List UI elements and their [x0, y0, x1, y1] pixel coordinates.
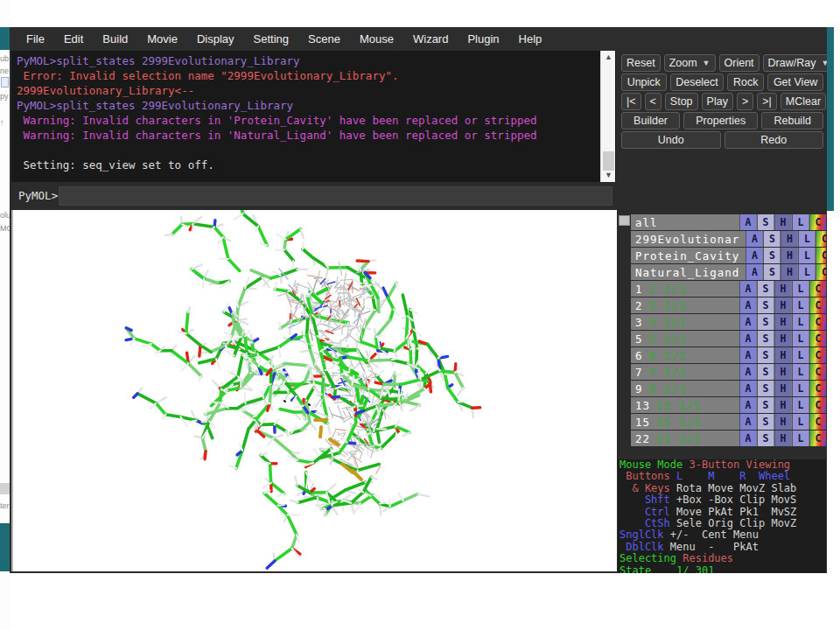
object-s-button[interactable]: S	[757, 281, 774, 297]
object-l-button[interactable]: L	[792, 214, 808, 230]
object-row-15[interactable]: 1515 1/1ASHLC	[631, 414, 826, 430]
rebuild-button[interactable]: Rebuild	[761, 112, 823, 130]
object-s-button[interactable]: S	[757, 298, 774, 313]
menu-item-scene[interactable]: Scene	[298, 27, 350, 51]
object-h-button[interactable]: H	[774, 430, 791, 446]
object-a-button[interactable]: A	[746, 248, 762, 263]
object-a-button[interactable]: A	[746, 264, 762, 280]
menu-item-wizard[interactable]: Wizard	[403, 27, 458, 51]
object-row-7[interactable]: 77 1/1ASHLC	[631, 364, 826, 380]
object-row-1[interactable]: 11 1/1ASHLC	[631, 281, 826, 297]
object-c-button[interactable]: C	[809, 331, 826, 346]
object-h-button[interactable]: H	[774, 281, 791, 297]
object-c-button[interactable]: C	[816, 264, 826, 280]
object-s-button[interactable]: S	[757, 364, 774, 380]
object-row-299evolutionar[interactable]: 299EvolutionarASHLC	[631, 231, 826, 247]
menu-item-edit[interactable]: Edit	[54, 27, 93, 51]
menu-item-build[interactable]: Build	[93, 27, 137, 51]
object-row-5[interactable]: 55 1/1ASHLC	[631, 331, 826, 346]
scroll-up-icon[interactable]: ▲	[601, 51, 616, 64]
object-h-button[interactable]: H	[774, 314, 791, 330]
object-s-button[interactable]: S	[757, 314, 774, 330]
scrollbar-thumb[interactable]	[603, 151, 614, 171]
object-a-button[interactable]: A	[739, 298, 756, 313]
object-row-2[interactable]: 22 1/1ASHLC	[631, 298, 826, 313]
object-s-button[interactable]: S	[757, 214, 774, 230]
object-a-button[interactable]: A	[739, 397, 756, 413]
menu-item-mouse[interactable]: Mouse	[350, 27, 403, 51]
menu-item-plugin[interactable]: Plugin	[458, 27, 508, 51]
menu-item-help[interactable]: Help	[509, 27, 552, 51]
object-h-button[interactable]: H	[774, 347, 791, 363]
object-s-button[interactable]: S	[757, 331, 774, 346]
object-s-button[interactable]: S	[763, 248, 780, 263]
object-panel-grip[interactable]	[619, 215, 630, 226]
object-c-button[interactable]: C	[809, 214, 826, 230]
object-c-button[interactable]: C	[809, 314, 826, 330]
object-l-button[interactable]: L	[792, 381, 808, 396]
object-c-button[interactable]: C	[809, 298, 826, 313]
object-a-button[interactable]: A	[739, 314, 756, 330]
builder-button[interactable]: Builder	[621, 112, 680, 130]
object-row-protein_cavity[interactable]: Protein_CavityASHLC	[631, 248, 826, 263]
redo-button[interactable]: Redo	[724, 131, 824, 149]
-button[interactable]: >|	[757, 93, 777, 110]
object-row-all[interactable]: allASHLC	[631, 214, 826, 230]
scroll-down-icon[interactable]: ▼	[601, 169, 616, 182]
object-a-button[interactable]: A	[739, 364, 756, 380]
object-c-button[interactable]: C	[809, 381, 826, 396]
object-h-button[interactable]: H	[774, 397, 791, 413]
object-h-button[interactable]: H	[774, 331, 791, 346]
menu-item-setting[interactable]: Setting	[244, 27, 298, 51]
object-s-button[interactable]: S	[763, 264, 780, 280]
object-row-9[interactable]: 99 1/1ASHLC	[631, 381, 826, 396]
object-s-button[interactable]: S	[763, 231, 780, 247]
object-h-button[interactable]: H	[780, 231, 797, 247]
object-a-button[interactable]: A	[739, 214, 756, 230]
object-l-button[interactable]: L	[792, 364, 808, 380]
object-h-button[interactable]: H	[780, 248, 797, 263]
console-scrollbar[interactable]: ▲ ▼	[600, 51, 615, 182]
object-l-button[interactable]: L	[798, 231, 815, 247]
object-row-13[interactable]: 1313 1/1ASHLC	[631, 397, 826, 413]
object-l-button[interactable]: L	[792, 331, 808, 346]
object-l-button[interactable]: L	[792, 298, 808, 313]
object-c-button[interactable]: C	[809, 364, 826, 380]
deselect-button[interactable]: Deselect	[670, 74, 724, 91]
object-h-button[interactable]: H	[774, 414, 791, 430]
unpick-button[interactable]: Unpick	[621, 74, 667, 91]
undo-button[interactable]: Undo	[621, 131, 721, 149]
command-input[interactable]	[59, 186, 612, 206]
object-s-button[interactable]: S	[757, 347, 774, 363]
molecule-viewport[interactable]	[11, 210, 617, 571]
object-l-button[interactable]: L	[792, 281, 808, 297]
object-s-button[interactable]: S	[757, 414, 774, 430]
object-row-natural_ligand[interactable]: Natural_LigandASHLC	[631, 264, 826, 280]
object-a-button[interactable]: A	[739, 381, 756, 396]
object-l-button[interactable]: L	[798, 264, 815, 280]
get-view-button[interactable]: Get View	[767, 74, 823, 91]
play-button[interactable]: Play	[702, 93, 733, 110]
object-h-button[interactable]: H	[774, 214, 791, 230]
stop-button[interactable]: Stop	[665, 93, 698, 110]
object-a-button[interactable]: A	[739, 430, 756, 446]
rock-button[interactable]: Rock	[727, 74, 764, 91]
object-h-button[interactable]: H	[780, 264, 797, 280]
-button[interactable]: <	[645, 93, 662, 110]
object-c-button[interactable]: C	[816, 231, 826, 247]
object-row-3[interactable]: 33 1/1ASHLC	[631, 314, 826, 330]
-button[interactable]: |<	[621, 93, 641, 110]
object-a-button[interactable]: A	[739, 347, 756, 363]
menu-item-file[interactable]: File	[17, 27, 54, 51]
object-l-button[interactable]: L	[792, 347, 808, 363]
object-a-button[interactable]: A	[746, 231, 762, 247]
object-row-6[interactable]: 66 1/1ASHLC	[631, 347, 826, 363]
object-a-button[interactable]: A	[739, 331, 756, 346]
object-s-button[interactable]: S	[757, 430, 774, 446]
menu-item-movie[interactable]: Movie	[137, 27, 187, 51]
object-h-button[interactable]: H	[774, 364, 791, 380]
properties-button[interactable]: Properties	[683, 112, 758, 130]
object-l-button[interactable]: L	[792, 314, 808, 330]
object-a-button[interactable]: A	[739, 414, 756, 430]
object-h-button[interactable]: H	[774, 381, 791, 396]
